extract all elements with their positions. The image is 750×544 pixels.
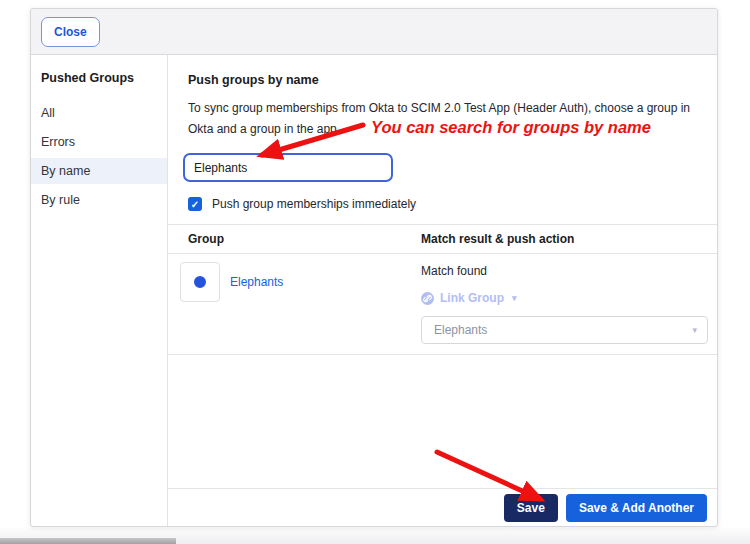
push-groups-modal: Close Pushed Groups All Errors By name B… (30, 8, 718, 527)
okta-ring-icon (194, 276, 206, 288)
modal-header: Close (31, 9, 717, 55)
match-result-cell: Match found Link Group ▾ (421, 262, 708, 344)
app-group-select[interactable]: Elephants ▾ (421, 316, 708, 344)
annotation-search-note: You can search for groups by name (371, 118, 651, 137)
push-immediately-row: ✓ Push group memberships immediately (188, 197, 717, 211)
sidebar-item-errors[interactable]: Errors (31, 129, 167, 155)
empty-space (168, 355, 717, 488)
group-cell: Elephants (180, 262, 421, 344)
modal-footer: Save Save & Add Another (168, 488, 717, 526)
table-row: Elephants Match found Link Group (168, 254, 717, 355)
save-add-another-button[interactable]: Save & Add Another (566, 494, 707, 522)
app-group-selected-value: Elephants (434, 323, 487, 337)
close-button[interactable]: Close (41, 17, 100, 47)
sidebar-item-by-rule[interactable]: By rule (31, 187, 167, 213)
match-status-text: Match found (421, 264, 708, 278)
background-scroll-strip (0, 538, 176, 544)
sidebar-item-all[interactable]: All (31, 100, 167, 126)
sidebar-title: Pushed Groups (31, 65, 167, 97)
group-name-link[interactable]: Elephants (230, 275, 283, 289)
sidebar-item-by-name[interactable]: By name (31, 158, 167, 184)
page-title: Push groups by name (188, 73, 697, 87)
pushed-groups-sidebar: Pushed Groups All Errors By name By rule (31, 55, 168, 526)
column-header-match-result: Match result & push action (421, 232, 574, 246)
table-header: Group Match result & push action (168, 224, 717, 254)
group-search-input[interactable] (183, 153, 393, 182)
save-button[interactable]: Save (504, 494, 558, 522)
select-chevron-down-icon: ▾ (692, 325, 697, 335)
match-table: Group Match result & push action Elephan… (168, 224, 717, 355)
push-immediately-checkbox[interactable]: ✓ (188, 197, 202, 211)
push-action-dropdown[interactable]: Link Group ▾ (421, 291, 517, 305)
checkmark-icon: ✓ (191, 199, 199, 210)
okta-group-logo (180, 262, 220, 302)
push-action-label: Link Group (440, 291, 504, 305)
column-header-group: Group (188, 232, 421, 246)
chevron-down-icon: ▾ (512, 293, 517, 303)
link-icon (421, 292, 434, 305)
push-immediately-label: Push group memberships immediately (212, 197, 416, 211)
